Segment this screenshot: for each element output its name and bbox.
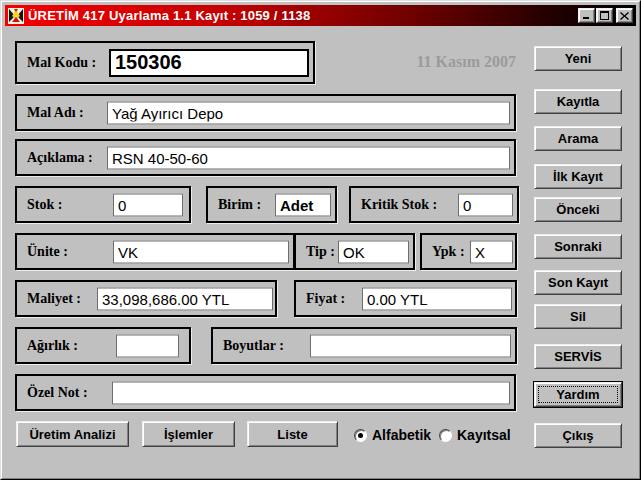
aciklama-label: Açıklama : [27, 150, 93, 166]
application-window: ÜRETİM 417 Uyarlama 1.1 Kayıt : 1059 / 1… [0, 0, 641, 480]
islemler-button[interactable]: İşlemler [142, 421, 235, 447]
radio-kayitsal[interactable]: Kayıtsal [439, 427, 511, 443]
unite-label: Ünite : [27, 244, 68, 260]
yeni-button[interactable]: Yeni [534, 46, 622, 71]
ozel-not-input[interactable] [112, 381, 510, 404]
ilk-kayit-button[interactable]: İlk Kayıt [534, 164, 622, 189]
radio-kayitsal-label: Kayıtsal [457, 427, 511, 443]
kritik-stok-input[interactable] [458, 193, 513, 216]
ypk-input[interactable] [470, 240, 513, 263]
sonraki-button[interactable]: Sonraki [534, 234, 622, 259]
maliyet-input[interactable] [97, 287, 273, 310]
unite-group: Ünite : [15, 233, 295, 270]
fiyat-label: Fiyat : [306, 291, 345, 307]
aciklama-group: Açıklama : [15, 139, 516, 176]
birim-label: Birim : [218, 197, 261, 213]
kritik-stok-group: Kritik Stok : [349, 186, 519, 223]
cikis-button[interactable]: Çıkış [534, 423, 622, 448]
boyutlar-group: Boyutlar : [211, 327, 517, 364]
mal-adi-group: Mal Adı : [15, 94, 516, 131]
stok-label: Stok : [27, 197, 62, 213]
sil-button[interactable]: Sil [534, 304, 622, 329]
kritik-stok-label: Kritik Stok : [361, 197, 437, 213]
servis-button[interactable]: SERVİS [534, 344, 622, 369]
tip-input[interactable] [338, 240, 409, 263]
arama-button[interactable]: Arama [534, 126, 622, 151]
ozel-not-group: Özel Not : [15, 374, 516, 411]
fiyat-input[interactable] [362, 287, 512, 310]
radio-alfabetik[interactable]: Alfabetik [354, 427, 431, 443]
boyutlar-label: Boyutlar : [223, 338, 284, 354]
yardim-button[interactable]: Yardım [534, 382, 622, 407]
ypk-label: Ypk : [432, 244, 465, 260]
title-bar: ÜRETİM 417 Uyarlama 1.1 Kayıt : 1059 / 1… [5, 5, 636, 26]
uretim-analizi-button[interactable]: Üretim Analizi [16, 421, 129, 447]
birim-group: Birim : [206, 186, 337, 223]
mal-kodu-label: Mal Kodu : [27, 55, 96, 71]
boyutlar-input[interactable] [310, 334, 511, 357]
mal-adi-label: Mal Adı : [27, 105, 84, 121]
stok-input[interactable] [113, 193, 183, 216]
agirlik-group: Ağırlık : [15, 327, 191, 364]
app-icon [8, 8, 24, 24]
close-button[interactable] [616, 8, 633, 23]
minimize-button[interactable] [578, 8, 595, 23]
radio-kayitsal-circle[interactable] [439, 429, 452, 442]
mal-adi-input[interactable] [107, 101, 510, 124]
liste-button[interactable]: Liste [247, 421, 338, 447]
unite-input[interactable] [113, 240, 289, 263]
tip-group: Tip : [294, 233, 415, 270]
maliyet-group: Maliyet : [15, 280, 277, 317]
mal-kodu-group: Mal Kodu : [15, 41, 315, 84]
radio-alfabetik-circle[interactable] [354, 429, 367, 442]
son-kayit-button[interactable]: Son Kayıt [534, 270, 622, 295]
mal-kodu-input[interactable] [109, 49, 309, 77]
kayitla-button[interactable]: Kayıtla [534, 89, 622, 114]
birim-input[interactable] [275, 193, 331, 216]
radio-alfabetik-label: Alfabetik [372, 427, 431, 443]
tip-label: Tip : [306, 244, 335, 260]
date-label: 11 Kasım 2007 [391, 53, 516, 71]
maximize-button[interactable] [596, 8, 613, 23]
ozel-not-label: Özel Not : [27, 385, 88, 401]
maliyet-label: Maliyet : [27, 291, 81, 307]
window-title: ÜRETİM 417 Uyarlama 1.1 Kayıt : 1059 / 1… [28, 8, 578, 23]
fiyat-group: Fiyat : [294, 280, 517, 317]
onceki-button[interactable]: Önceki [534, 197, 622, 222]
agirlik-label: Ağırlık : [27, 338, 78, 354]
ypk-group: Ypk : [420, 233, 517, 270]
aciklama-input[interactable] [107, 146, 510, 169]
agirlik-input[interactable] [116, 334, 179, 357]
stok-group: Stok : [15, 186, 191, 223]
